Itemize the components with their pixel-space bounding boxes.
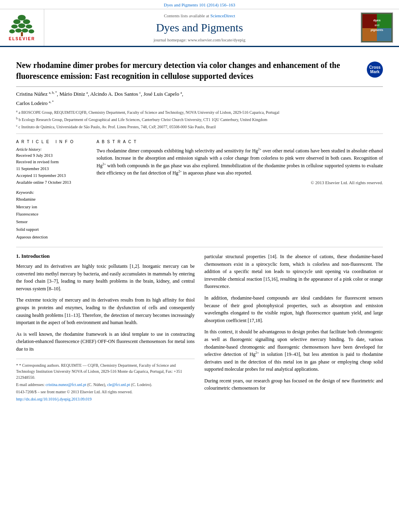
elsevier-tree-icon: [9, 14, 35, 37]
svg-point-8: [15, 29, 22, 33]
section-number: 1.: [16, 253, 20, 259]
date-revised-value: 11 September 2013: [16, 166, 88, 173]
right-paragraph-2: In addition, rhodamine-based compounds a…: [204, 294, 383, 324]
affiliations: a a BIOSCOPE Group, REQUIMTE/CQFB, Chemi…: [16, 109, 383, 130]
author-diniz: Mário Diniz a,: [60, 91, 89, 97]
copyright-line: © 2013 Elsevier Ltd. All rights reserved…: [97, 180, 383, 185]
footnote-corresponding: * * Corresponding authors. REQUIMTE — CQ…: [16, 362, 195, 380]
info-abstract-section: A R T I C L E I N F O Article history: R…: [16, 134, 383, 247]
svg-point-9: [22, 29, 28, 33]
article-info-column: A R T I C L E I N F O Article history: R…: [16, 140, 88, 241]
journal-name: Dyes and Pigments: [156, 21, 243, 34]
footnote-doi: http://dx.doi.org/10.1016/j.dyepig.2013.…: [16, 396, 195, 402]
right-paragraph-4: During recent years, our research group …: [204, 377, 383, 392]
affil-c: c c Instituto de Química, Universidade d…: [16, 123, 383, 130]
top-bar: Dyes and Pigments 101 (2014) 156–163: [0, 0, 399, 9]
authors-line-2: Carlos Lodeiro a, *: [16, 100, 383, 106]
keyword-aqueous: Aqueous detection: [16, 234, 88, 241]
article-title-section: New rhodamine dimer probes for mercury d…: [16, 53, 383, 87]
affil-b: b b Ecology Research Group, Department o…: [16, 116, 383, 123]
svg-text:and: and: [374, 24, 379, 27]
email-link-2[interactable]: cle@fct.unl.pt: [107, 382, 130, 387]
journal-header: ELSEVIER Contents lists available at Sci…: [0, 9, 399, 47]
svg-point-3: [23, 19, 30, 24]
elsevier-logo: ELSEVIER: [9, 14, 35, 41]
email-link-1[interactable]: cristina.nunez@fct.unl.pt: [45, 382, 86, 387]
sciencedirect-link[interactable]: ScienceDirect: [210, 13, 235, 18]
history-label: Article history:: [16, 147, 88, 152]
keyword-solid-support: Solid support: [16, 226, 88, 234]
right-paragraph-3: In this context, it should be advantageo…: [204, 328, 383, 373]
keyword-fluorescence: Fluorescence: [16, 211, 88, 218]
body-left-col: 1. Introduction Mercury and its derivati…: [16, 253, 195, 403]
abstract-column: A B S T R A C T Two rhodamine dimer comp…: [97, 140, 383, 241]
author-nunez: Cristina Núñez a, b, *,: [16, 91, 58, 97]
article-title: New rhodamine dimer probes for mercury d…: [16, 60, 363, 82]
footnote-section: * * Corresponding authors. REQUIMTE — CQ…: [16, 359, 195, 402]
svg-point-10: [29, 29, 34, 33]
affil-a: a a BIOSCOPE Group, REQUIMTE/CQFB, Chemi…: [16, 109, 383, 115]
badge-image: dyes and pigments: [362, 13, 392, 42]
svg-point-1: [18, 15, 26, 21]
main-content: New rhodamine dimer probes for mercury d…: [0, 47, 399, 415]
crossmark-badge: CrossMark: [367, 62, 383, 78]
svg-point-4: [11, 25, 18, 29]
elsevier-logo-area: ELSEVIER: [0, 9, 44, 46]
svg-point-5: [18, 23, 25, 28]
body-content: 1. Introduction Mercury and its derivati…: [16, 247, 383, 409]
footnote-email: E-mail addresses: cristina.nunez@fct.unl…: [16, 382, 195, 388]
svg-text:pigments: pigments: [370, 29, 383, 32]
svg-text:dyes: dyes: [373, 18, 381, 22]
sciencedirect-label: Contents lists available at ScienceDirec…: [164, 13, 235, 18]
author-lodeiro: Carlos Lodeiro a, *: [16, 100, 53, 106]
journal-ref: Dyes and Pigments 101 (2014) 156–163: [164, 2, 235, 7]
journal-title-area: Contents lists available at ScienceDirec…: [44, 9, 355, 46]
body-right-col: particular structural properties [14]. I…: [204, 253, 383, 403]
authors-line: Cristina Núñez a, b, *, Mário Diniz a, A…: [16, 91, 383, 97]
dyes-pigments-badge: dyes and pigments: [361, 12, 393, 43]
keyword-mercury: Mercury ion: [16, 203, 88, 211]
article-history: Article history: Received 9 July 2013 Re…: [16, 147, 88, 186]
keyword-rhodamine: Rhodamine: [16, 196, 88, 203]
journal-badge-area: dyes and pigments: [355, 9, 399, 46]
article-info-label: A R T I C L E I N F O: [16, 140, 88, 144]
right-paragraph-1: particular structural properties [14]. I…: [204, 253, 383, 290]
intro-heading: 1. Introduction: [16, 253, 195, 259]
keywords-label: Keywords:: [16, 190, 88, 195]
intro-paragraph-3: As is well known, the rhodamine framewor…: [16, 331, 195, 353]
svg-point-6: [26, 25, 32, 29]
author-capelo: José Luis Capelo a,: [144, 91, 183, 97]
abstract-text: Two rhodamine dimer compounds exhibiting…: [97, 147, 383, 177]
abstract-label: A B S T R A C T: [97, 140, 383, 144]
keyword-sensor: Sensor: [16, 218, 88, 226]
svg-rect-11: [21, 32, 23, 36]
svg-point-2: [13, 19, 21, 24]
intro-paragraph-2: The extreme toxicity of mercury and its …: [16, 296, 195, 326]
crossmark-icon: CrossMark: [367, 62, 383, 78]
date-accepted: Accepted 11 September 2013: [16, 173, 88, 179]
date-received: Received 9 July 2013 Received in revised…: [16, 152, 88, 186]
section-title: Introduction: [21, 253, 50, 259]
keywords-section: Keywords: Rhodamine Mercury ion Fluoresc…: [16, 190, 88, 241]
author-santos: Alcindo A. Dos Santos c,: [90, 91, 142, 97]
date-available: Available online 7 October 2013: [16, 179, 88, 186]
svg-point-7: [9, 29, 15, 33]
doi-link[interactable]: http://dx.doi.org/10.1016/j.dyepig.2013.…: [16, 397, 92, 401]
footnote-issn: 0143-7208/$ – see front matter © 2013 El…: [16, 389, 195, 395]
authors-section: Cristina Núñez a, b, *, Mário Diniz a, A…: [16, 87, 383, 134]
elsevier-wordmark: ELSEVIER: [9, 37, 35, 41]
intro-paragraph-1: Mercury and its derivatives are highly t…: [16, 263, 195, 292]
body-two-col: 1. Introduction Mercury and its derivati…: [16, 253, 383, 403]
date-revised-label: Received in revised form: [16, 159, 88, 166]
journal-homepage: journal homepage: www.elsevier.com/locat…: [154, 37, 245, 42]
